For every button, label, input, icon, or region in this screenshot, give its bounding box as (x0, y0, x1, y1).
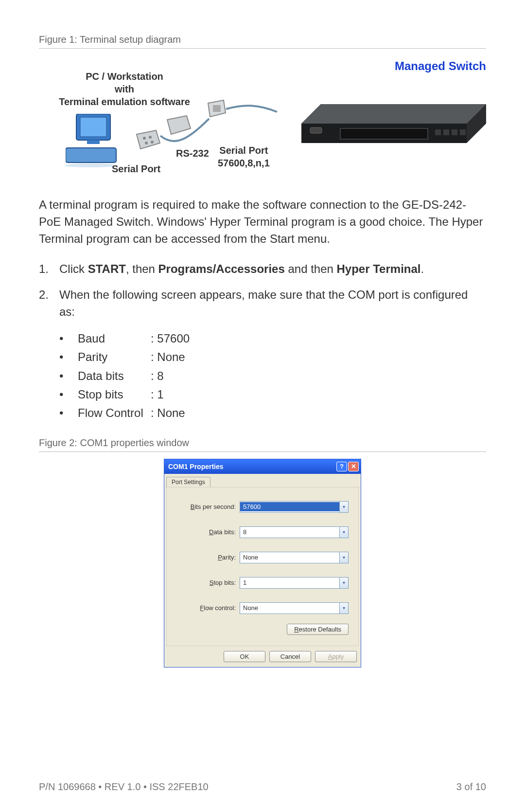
row-flow-control: Flow control: None ▾ (176, 602, 349, 614)
combo-flow-control-value: None (240, 603, 339, 613)
serial-port-mid-line2: 57600,8,n,1 (218, 157, 270, 169)
combo-bits-per-second[interactable]: 57600 ▾ (240, 501, 349, 513)
combo-stop-bits[interactable]: 1 ▾ (240, 577, 349, 589)
footer-left: P/N 1069668 • REV 1.0 • ISS 22FEB10 (39, 781, 209, 793)
row-bits-per-second: Bits per second: 57600 ▾ (176, 501, 349, 513)
chevron-down-icon: ▾ (339, 552, 348, 563)
setting-databits: Data bits: 8 (59, 367, 486, 385)
setting-baud-label: Baud (78, 329, 151, 348)
combo-parity[interactable]: None ▾ (240, 552, 349, 563)
help-icon: ? (340, 463, 344, 470)
setting-parity: Parity: None (59, 348, 486, 366)
step1-post: . (420, 262, 424, 275)
chevron-down-icon: ▾ (339, 577, 348, 588)
combo-data-bits-value: 8 (240, 527, 339, 537)
step1-pre: Click (59, 262, 88, 275)
step1-mid1: , then (126, 262, 158, 275)
setting-flowcontrol-value: : None (151, 406, 185, 419)
tab-strip: Port Settings (164, 474, 361, 487)
page-footer: P/N 1069668 • REV 1.0 • ISS 22FEB10 3 of… (39, 781, 486, 793)
label-data-bits: Data bits: (176, 528, 240, 536)
label-bits-per-second: Bits per second: (176, 503, 240, 510)
help-button[interactable]: ? (336, 462, 347, 471)
ok-button[interactable]: OK (224, 651, 265, 662)
step1-hyperterminal: Hyper Terminal (337, 262, 421, 275)
footer-right: 3 of 10 (456, 781, 486, 793)
setting-databits-value: : 8 (151, 369, 164, 382)
combo-flow-control[interactable]: None ▾ (240, 602, 349, 614)
serial-port-mid-label: Serial Port 57600,8,n,1 (218, 144, 270, 169)
figure2-caption: Figure 2: COM1 properties window (39, 437, 486, 449)
setting-flowcontrol-label: Flow Control (78, 404, 151, 422)
figure1-caption: Figure 1: Terminal setup diagram (39, 34, 486, 45)
figure1-diagram: PC / Workstation with Terminal emulation… (39, 55, 486, 182)
com-settings-list: Baud: 57600 Parity: None Data bits: 8 St… (39, 329, 486, 423)
setting-baud-value: : 57600 (151, 332, 190, 345)
dialog-button-row: OK Cancel Apply (164, 646, 361, 667)
setting-stopbits-value: : 1 (151, 388, 164, 401)
serial-port-mid-line1: Serial Port (218, 144, 270, 157)
row-stop-bits: Stop bits: 1 ▾ (176, 577, 349, 589)
row-data-bits: Data bits: 8 ▾ (176, 526, 349, 538)
apply-button[interactable]: Apply (315, 651, 357, 662)
combo-stop-bits-value: 1 (240, 578, 339, 587)
restore-defaults-button[interactable]: Restore Defaults (287, 624, 349, 635)
titlebar[interactable]: COM1 Properties ? ✕ (164, 459, 361, 474)
figure2-rule (39, 451, 486, 452)
close-icon: ✕ (351, 463, 356, 470)
combo-parity-value: None (240, 553, 339, 562)
figure1-rule (39, 48, 486, 49)
setting-flowcontrol: Flow Control: None (59, 404, 486, 422)
setting-baud: Baud: 57600 (59, 329, 486, 348)
setting-databits-label: Data bits (78, 367, 151, 385)
step1-mid2: and then (285, 262, 337, 275)
chevron-down-icon: ▾ (339, 603, 348, 614)
setting-stopbits-label: Stop bits (78, 385, 151, 404)
step-1: Click START, then Programs/Accessories a… (39, 261, 486, 278)
close-button[interactable]: ✕ (348, 462, 359, 471)
com1-properties-window: COM1 Properties ? ✕ Port Settings Bits p… (164, 459, 361, 668)
rs232-label: RS-232 (176, 148, 209, 159)
port-settings-panel: Bits per second: 57600 ▾ Data bits: 8 ▾ … (166, 487, 359, 646)
label-flow-control: Flow control: (176, 604, 240, 612)
chevron-down-icon: ▾ (339, 502, 348, 512)
row-parity: Parity: None ▾ (176, 552, 349, 563)
label-stop-bits: Stop bits: (176, 579, 240, 586)
steps-list: Click START, then Programs/Accessories a… (39, 261, 486, 320)
cancel-button[interactable]: Cancel (269, 651, 311, 662)
setting-stopbits: Stop bits: 1 (59, 385, 486, 404)
setting-parity-value: : None (151, 350, 185, 363)
label-parity: Parity: (176, 554, 240, 561)
combo-data-bits[interactable]: 8 ▾ (240, 526, 349, 538)
setting-parity-label: Parity (78, 348, 151, 366)
serial-port-left-label: Serial Port (112, 163, 160, 175)
chevron-down-icon: ▾ (339, 527, 348, 538)
window-title: COM1 Properties (168, 463, 336, 470)
intro-paragraph: A terminal program is required to make t… (39, 197, 486, 247)
combo-bits-per-second-value: 57600 (240, 502, 339, 511)
step1-programs: Programs/Accessories (158, 262, 285, 275)
step-2: When the following screen appears, make … (39, 287, 486, 321)
tab-port-settings[interactable]: Port Settings (166, 477, 210, 487)
step1-start: START (88, 262, 126, 275)
